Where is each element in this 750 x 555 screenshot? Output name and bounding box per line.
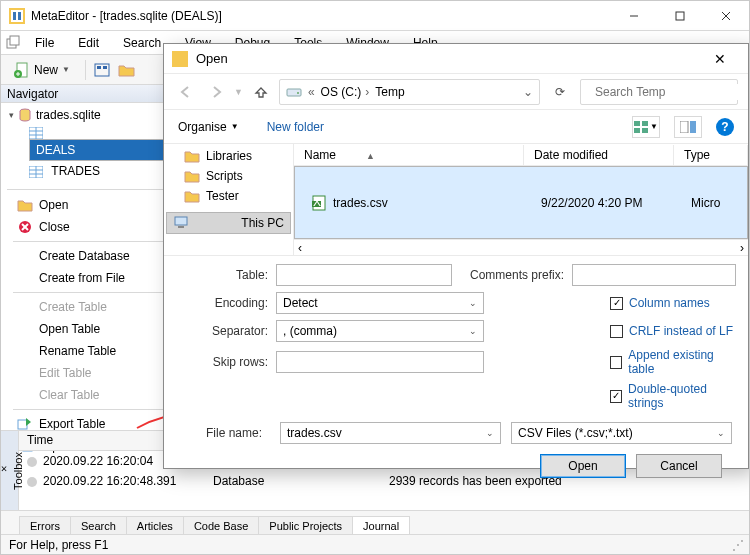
file-name-combo[interactable]: trades.csv⌄ xyxy=(280,422,501,444)
ctx-create-db-label: Create Database xyxy=(39,249,130,263)
folder-this-pc[interactable]: This PC xyxy=(166,212,291,234)
opt-column-names[interactable]: ✓Column names xyxy=(610,296,710,310)
svg-rect-43 xyxy=(178,226,184,228)
folder-icon xyxy=(184,148,200,164)
organise-button[interactable]: Organise ▼ xyxy=(178,120,239,134)
import-options: Table: Comments prefix: Encoding: Detect… xyxy=(164,256,748,482)
ctx-open-label: Open xyxy=(39,198,68,212)
label-comments: Comments prefix: xyxy=(462,268,572,282)
search-input[interactable] xyxy=(593,84,747,100)
nav-back-button[interactable] xyxy=(174,80,198,104)
close-button[interactable] xyxy=(703,1,749,30)
svg-rect-37 xyxy=(642,121,648,126)
drive-icon xyxy=(286,85,302,99)
separator-select[interactable]: , (comma)⌄ xyxy=(276,320,484,342)
new-file-icon xyxy=(14,62,30,78)
col-name[interactable]: Name▲ xyxy=(294,145,524,165)
menu-file[interactable]: File xyxy=(25,33,64,53)
svg-rect-9 xyxy=(10,36,19,45)
doc-restore-icon[interactable] xyxy=(5,35,21,51)
label-skip: Skip rows: xyxy=(176,355,276,369)
help-button[interactable]: ? xyxy=(716,118,734,136)
search-box[interactable] xyxy=(580,79,738,105)
label-table: Table: xyxy=(176,268,276,282)
toolbox-tabs: Errors Search Articles Code Base Public … xyxy=(1,510,749,534)
opt-crlf[interactable]: CRLF instead of LF xyxy=(610,324,733,338)
dialog-nav-bar: ▼ « OS (C:)› Temp ⌄ ⟳ xyxy=(164,74,748,110)
new-folder-button[interactable]: New folder xyxy=(267,120,324,134)
status-bar: For Help, press F1 ⋰ xyxy=(1,534,749,554)
svg-rect-29 xyxy=(18,420,27,429)
opt-double-quoted[interactable]: ✓Double-quoted strings xyxy=(610,382,736,410)
crumb-drive[interactable]: OS (C:)› xyxy=(321,85,370,99)
crumb-folder[interactable]: Temp xyxy=(375,85,404,99)
table-input[interactable] xyxy=(276,264,452,286)
nav-history-dropdown[interactable]: ▼ xyxy=(234,87,243,97)
maximize-button[interactable] xyxy=(657,1,703,30)
svg-rect-41 xyxy=(690,121,696,133)
project-icon[interactable] xyxy=(94,62,112,78)
comments-input[interactable] xyxy=(572,264,736,286)
skip-rows-input[interactable] xyxy=(276,351,484,373)
navigator-title: Navigator xyxy=(7,87,58,101)
encoding-select[interactable]: Detect⌄ xyxy=(276,292,484,314)
svg-rect-38 xyxy=(634,128,640,133)
folder-scripts[interactable]: Scripts xyxy=(166,166,291,186)
main-title-bar: MetaEditor - [trades.sqlite (DEALS)] xyxy=(1,1,749,31)
db-name: trades.sqlite xyxy=(36,108,101,122)
db-node[interactable]: ▾ trades.sqlite xyxy=(9,107,189,123)
tab-search[interactable]: Search xyxy=(70,516,127,535)
svg-rect-1 xyxy=(11,10,23,22)
tab-journal[interactable]: Journal xyxy=(352,516,410,535)
file-list-scrollbar[interactable]: ‹› xyxy=(294,239,748,255)
opt-append[interactable]: Append existing table xyxy=(610,348,736,376)
resize-grip[interactable]: ⋰ xyxy=(732,538,741,552)
table-icon xyxy=(29,127,43,139)
pc-icon xyxy=(173,215,189,231)
new-button[interactable]: New ▼ xyxy=(7,59,77,81)
svg-rect-14 xyxy=(95,64,109,76)
folder-tester[interactable]: Tester xyxy=(166,186,291,206)
svg-text:X: X xyxy=(313,195,321,209)
ctx-create-table-label: Create Table xyxy=(39,300,107,314)
breadcrumb[interactable]: « OS (C:)› Temp ⌄ xyxy=(279,79,540,105)
export-icon xyxy=(17,417,33,431)
status-text: For Help, press F1 xyxy=(9,538,108,552)
open-folder-icon[interactable] xyxy=(118,62,136,78)
open-button[interactable]: Open xyxy=(540,454,626,478)
ctx-open-table-label: Open Table xyxy=(39,322,100,336)
file-filter-select[interactable]: CSV Files (*.csv;*.txt)⌄ xyxy=(511,422,732,444)
ctx-create-file-label: Create from File xyxy=(39,271,125,285)
refresh-button[interactable]: ⟳ xyxy=(546,85,574,99)
view-mode-button[interactable]: ▼ xyxy=(632,116,660,138)
file-name: trades.csv xyxy=(333,196,388,210)
file-type: Micro xyxy=(681,194,741,212)
tab-codebase[interactable]: Code Base xyxy=(183,516,259,535)
file-row[interactable]: X trades.csv 9/22/2020 4:20 PM Micro xyxy=(294,166,748,239)
tab-articles[interactable]: Articles xyxy=(126,516,184,535)
tab-public[interactable]: Public Projects xyxy=(258,516,353,535)
dialog-close-button[interactable]: ✕ xyxy=(700,51,740,67)
toolbox-caption[interactable]: × Toolbox xyxy=(1,431,19,510)
svg-rect-2 xyxy=(13,12,16,20)
folder-open-icon xyxy=(17,198,33,212)
svg-rect-16 xyxy=(103,66,107,69)
label-encoding: Encoding: xyxy=(176,296,276,310)
nav-forward-button[interactable] xyxy=(204,80,228,104)
crumb-dropdown[interactable]: ⌄ xyxy=(523,85,533,99)
cancel-button[interactable]: Cancel xyxy=(636,454,722,478)
tab-errors[interactable]: Errors xyxy=(19,516,71,535)
menu-edit[interactable]: Edit xyxy=(68,33,109,53)
preview-pane-button[interactable] xyxy=(674,116,702,138)
file-date: 9/22/2020 4:20 PM xyxy=(531,194,681,212)
folder-libraries[interactable]: Libraries xyxy=(166,146,291,166)
table-icon xyxy=(29,166,43,178)
col-date[interactable]: Date modified xyxy=(524,145,674,165)
close-red-icon xyxy=(18,220,32,234)
nav-up-button[interactable] xyxy=(249,80,273,104)
col-type[interactable]: Type xyxy=(674,145,748,165)
file-list: Name▲ Date modified Type X trades.csv 9/… xyxy=(294,144,748,255)
minimize-button[interactable] xyxy=(611,1,657,30)
file-list-header: Name▲ Date modified Type xyxy=(294,144,748,166)
csv-file-icon: X xyxy=(311,195,327,211)
